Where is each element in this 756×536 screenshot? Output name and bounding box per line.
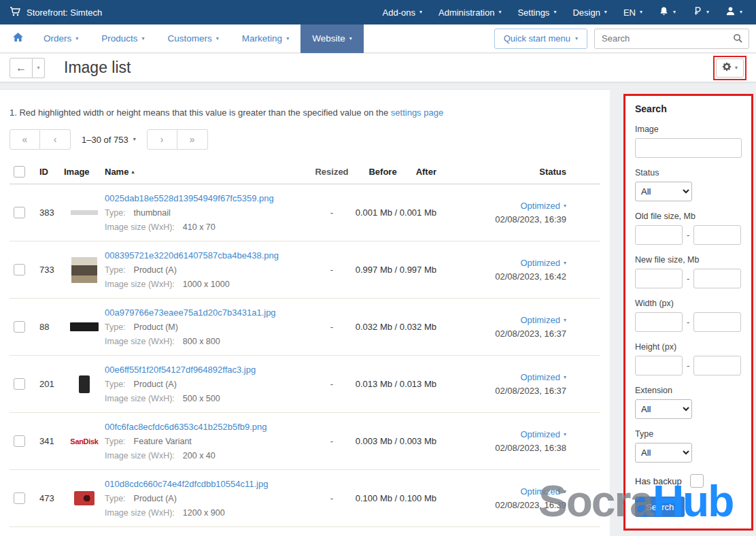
back-dropdown-button[interactable]: ▾	[33, 58, 45, 78]
status-badge: Optimized	[520, 201, 560, 211]
width-max-input[interactable]	[693, 312, 741, 332]
settings-page-link[interactable]: settings page	[391, 107, 443, 118]
hint-note: 1. Red highlighted width or height means…	[0, 90, 610, 120]
status-dropdown[interactable]: Optimized▾	[520, 201, 566, 211]
size-value: 1000 x 1000	[183, 280, 230, 289]
currency-menu[interactable]: ▾	[684, 0, 717, 24]
chevron-down-icon: ▾	[706, 10, 709, 15]
width-min-input[interactable]	[635, 312, 683, 332]
row-checkbox[interactable]	[14, 264, 25, 275]
image-name-link[interactable]: 0025dab18e5528d13954949f67fc5359.png	[105, 193, 274, 203]
image-id: 88	[39, 322, 64, 332]
new-size-min-input[interactable]	[635, 269, 683, 288]
size-label: Image size (WxH):	[105, 280, 175, 289]
has-backup-checkbox[interactable]	[690, 474, 704, 488]
notifications-menu[interactable]: ▾	[651, 0, 684, 24]
user-icon	[725, 6, 736, 18]
pagination-range-dropdown[interactable]: 1–30 of 753▾	[82, 135, 136, 145]
new-size-filter-label: New file size, Mb	[635, 255, 742, 265]
pagination-first-button[interactable]: «	[10, 129, 40, 150]
nav-item-products[interactable]: Products▾	[90, 24, 156, 53]
image-name-link[interactable]: 00a979766e73eaee75a1d20c7b3431a1.jpg	[105, 307, 276, 318]
height-min-input[interactable]	[635, 356, 683, 375]
size-value: 500 x 500	[183, 394, 220, 403]
row-checkbox[interactable]	[14, 435, 25, 447]
status-dropdown[interactable]: Optimized▾	[520, 258, 566, 268]
type-filter-select[interactable]: All	[635, 443, 692, 463]
nav-item-marketing[interactable]: Marketing▾	[230, 24, 300, 53]
nav-item-customers[interactable]: Customers▾	[156, 24, 230, 53]
row-checkbox[interactable]	[14, 207, 25, 218]
table-row: 201 00e6ff55f1f20f54127df964892ffac3.jpg…	[10, 356, 600, 413]
col-header-status: Status	[454, 167, 600, 177]
resized-value: -	[311, 207, 352, 218]
row-checkbox[interactable]	[14, 321, 25, 333]
main-nav: Orders▾ Products▾ Customers▾ Marketing▾ …	[0, 24, 756, 53]
product-thumbnail[interactable]	[70, 322, 99, 331]
select-all-checkbox[interactable]	[14, 166, 25, 178]
menu-settings[interactable]: Settings▾	[509, 0, 564, 24]
row-checkbox[interactable]	[14, 492, 25, 504]
product-thumbnail[interactable]	[71, 257, 97, 283]
size-value: 200 x 40	[183, 451, 216, 460]
col-header-sizes: BeforeAfter	[352, 167, 454, 177]
old-size-min-input[interactable]	[635, 225, 683, 245]
image-name-link[interactable]: 008395721e3220d61407587cba4be438.png	[105, 250, 279, 261]
search-input[interactable]	[594, 29, 749, 49]
search-icon[interactable]	[733, 33, 743, 46]
menu-language[interactable]: EN▾	[615, 0, 651, 24]
extension-filter-select[interactable]: All	[635, 399, 692, 419]
image-name-link[interactable]: 00fc6fac8ecfdc6d6353c41b252b5fb9.png	[105, 422, 267, 432]
storefront-switcher[interactable]: Storefront: Simtech	[5, 6, 102, 19]
gear-icon	[722, 62, 732, 73]
nav-item-website[interactable]: Website▾	[300, 24, 364, 53]
product-thumbnail[interactable]: SanDisk	[70, 437, 98, 446]
product-thumbnail[interactable]	[74, 491, 94, 505]
status-filter-label: Status	[635, 168, 742, 178]
status-dropdown[interactable]: Optimized▾	[520, 429, 566, 439]
status-dropdown[interactable]: Optimized▾	[520, 372, 566, 382]
type-label: Type:	[105, 208, 126, 218]
menu-design[interactable]: Design▾	[564, 0, 615, 24]
nav-home[interactable]	[4, 24, 32, 53]
old-size-max-input[interactable]	[693, 225, 741, 245]
chevron-down-icon: ▾	[564, 489, 566, 495]
menu-addons[interactable]: Add-ons▾	[375, 0, 430, 24]
type-label: Type:	[105, 437, 126, 446]
image-name-link[interactable]: 010d8cdc660c74e4f2dfcdbb10554c11.jpg	[105, 479, 268, 489]
status-badge: Optimized	[520, 486, 560, 497]
height-max-input[interactable]	[693, 356, 741, 375]
status-filter-select[interactable]: All	[635, 182, 692, 201]
product-thumbnail[interactable]	[79, 375, 90, 393]
image-name-link[interactable]: 00e6ff55f1f20f54127df964892ffac3.jpg	[105, 365, 256, 375]
nav-item-orders[interactable]: Orders▾	[32, 24, 90, 53]
type-filter-label: Type	[635, 429, 742, 439]
user-menu[interactable]: ▾	[717, 0, 751, 24]
image-filter-input[interactable]	[635, 138, 742, 158]
sidebar-search-button[interactable]: Search	[635, 497, 685, 517]
chevron-down-icon: ▾	[349, 36, 352, 41]
quick-start-menu-button[interactable]: Quick start menu▾	[494, 29, 587, 49]
status-badge: Optimized	[520, 429, 560, 439]
table-row: 341 SanDisk 00fc6fac8ecfdc6d6353c41b252b…	[10, 413, 600, 470]
next-page-icon: ›	[160, 134, 164, 145]
menu-administration[interactable]: Administration▾	[430, 0, 509, 24]
menu-label: Add-ons	[383, 7, 415, 18]
gear-menu-button[interactable]: ▾	[716, 58, 744, 78]
gear-annotation-highlight: ▾	[713, 56, 746, 80]
pagination-next-button[interactable]: ›	[147, 129, 177, 150]
status-dropdown[interactable]: Optimized▾	[520, 315, 566, 325]
product-thumbnail[interactable]	[71, 210, 98, 215]
chevron-down-icon: ▾	[498, 10, 501, 15]
nav-item-label: Orders	[44, 33, 71, 44]
row-checkbox[interactable]	[14, 378, 25, 390]
chevron-down-icon: ▾	[673, 10, 676, 15]
pagination-prev-button[interactable]: ‹	[40, 129, 71, 150]
col-header-name[interactable]: Name▴	[105, 167, 311, 177]
status-dropdown[interactable]: Optimized▾	[520, 486, 566, 497]
resized-value: -	[311, 322, 352, 332]
pagination-range-label: 1–30 of 753	[82, 135, 128, 145]
new-size-max-input[interactable]	[693, 269, 741, 288]
back-button[interactable]: ←	[10, 58, 33, 78]
pagination-last-button[interactable]: »	[177, 129, 208, 150]
